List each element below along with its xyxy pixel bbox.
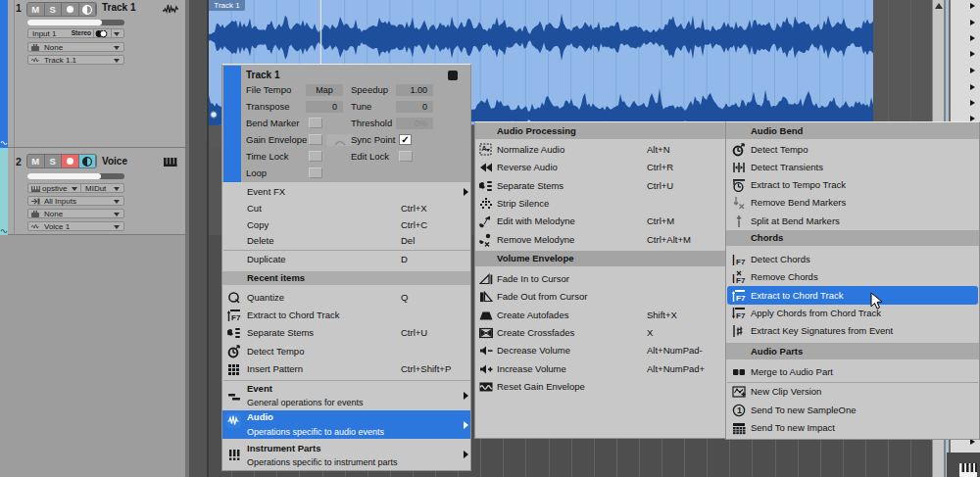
svg-text:A: A (482, 145, 487, 152)
svg-text:F7: F7 (736, 276, 746, 284)
svg-text:F7: F7 (736, 258, 746, 266)
svg-text:F7: F7 (736, 294, 746, 303)
svg-text:F7: F7 (231, 313, 241, 322)
svg-text:1: 1 (737, 405, 742, 415)
svg-text:F7: F7 (736, 311, 746, 320)
